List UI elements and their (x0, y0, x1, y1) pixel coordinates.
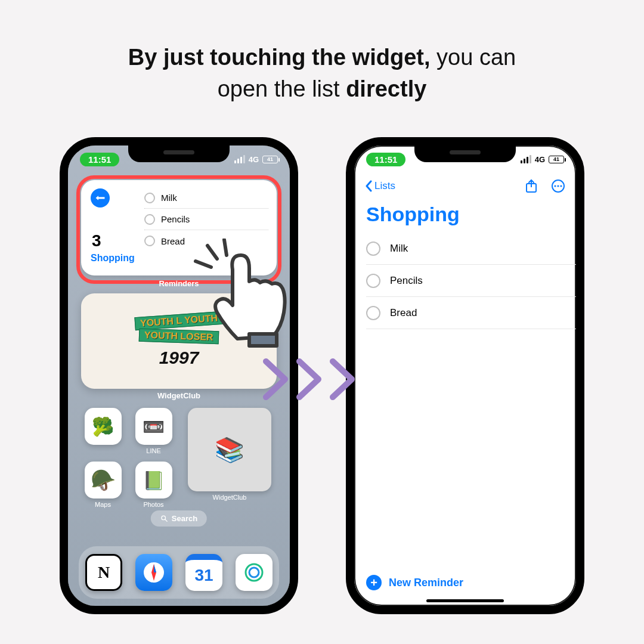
spotlight-search[interactable]: Search (151, 510, 207, 527)
app-icon[interactable]: 📗Photos (132, 462, 175, 508)
svg-point-12 (560, 185, 562, 187)
app-icon[interactable]: 📼LINE (132, 408, 175, 454)
volume-up-button[interactable] (346, 256, 347, 290)
tap-gesture-icon (191, 239, 292, 352)
transition-arrows (262, 358, 358, 401)
home-indicator[interactable] (426, 599, 504, 602)
compass-icon (142, 561, 166, 584)
reminders-list: Milk Pencils Bread (366, 233, 576, 329)
dock-app-safari[interactable] (135, 554, 172, 591)
svg-point-10 (554, 185, 556, 187)
new-reminder-button[interactable]: + New Reminder (366, 575, 463, 590)
dock-app-calendar[interactable]: 31 (185, 554, 222, 591)
status-bar: 11:51 4G 41 (354, 149, 576, 169)
knot-icon (243, 561, 265, 584)
more-icon[interactable] (551, 179, 565, 193)
chevron-right-icon (296, 358, 324, 401)
status-bar: 11:51 4G 41 (68, 149, 290, 169)
share-icon[interactable] (525, 179, 538, 193)
svg-line-15 (196, 261, 211, 267)
signal-icon (234, 155, 245, 163)
nav-bar: Lists (354, 174, 576, 198)
reminder-row[interactable]: Milk (366, 233, 576, 265)
reminders-count: 3 (92, 231, 101, 250)
volume-down-button[interactable] (346, 298, 347, 332)
reminder-row[interactable]: Bread (366, 297, 576, 329)
headline: By just touching the widget, you can ope… (0, 0, 644, 105)
chevron-left-icon (365, 180, 372, 192)
list-title: Shopping (366, 203, 460, 226)
app-icon[interactable]: 🥦 (81, 408, 125, 454)
dock-app-notion[interactable]: N (85, 554, 122, 591)
svg-point-11 (557, 185, 559, 187)
svg-rect-16 (249, 334, 277, 346)
checkbox-icon[interactable] (144, 193, 155, 203)
app-icon[interactable]: 🪖Maps (81, 462, 125, 508)
reminders-list-name: Shopping (91, 253, 135, 264)
svg-line-14 (224, 240, 227, 255)
svg-point-5 (246, 564, 262, 581)
checkbox-icon[interactable] (366, 306, 380, 320)
svg-line-1 (165, 519, 167, 521)
phone-reminders-app: 11:51 4G 41 Lists Shopping (346, 137, 584, 614)
reminders-list-icon (91, 188, 110, 208)
silence-switch[interactable] (346, 223, 347, 243)
network-label: 4G (535, 155, 545, 164)
widgetclub-widget-small[interactable]: 📚WidgetClub (182, 408, 277, 508)
power-button[interactable] (583, 259, 584, 312)
battery-icon: 41 (549, 156, 564, 163)
dock-app-chatgpt[interactable] (236, 554, 273, 591)
svg-point-6 (249, 568, 259, 577)
checkbox-icon[interactable] (144, 214, 155, 225)
volume-down-button[interactable] (60, 298, 61, 332)
status-time: 11:51 (80, 153, 119, 166)
silence-switch[interactable] (60, 223, 61, 243)
checkbox-icon[interactable] (366, 274, 380, 288)
reminders-widget-item[interactable]: Milk (144, 187, 268, 209)
chevron-right-icon (329, 358, 358, 401)
volume-up-button[interactable] (60, 256, 61, 290)
widget-caption: WidgetClub (68, 391, 290, 400)
power-button[interactable] (297, 259, 298, 312)
signal-icon (521, 155, 531, 163)
app-grid: 🥦 📼LINE 📚WidgetClub 🪖Maps 📗Photos (81, 408, 277, 508)
checkbox-icon[interactable] (366, 242, 380, 256)
back-button[interactable]: Lists (365, 180, 395, 192)
battery-icon: 41 (262, 156, 278, 163)
dock: N 31 (79, 546, 279, 599)
network-label: 4G (249, 155, 259, 164)
svg-line-13 (208, 246, 217, 259)
search-icon (160, 515, 168, 522)
checkbox-icon[interactable] (144, 236, 155, 246)
chevron-right-icon (262, 358, 291, 401)
reminder-row[interactable]: Pencils (366, 265, 576, 297)
status-time: 11:51 (366, 153, 405, 166)
reminders-widget-item[interactable]: Pencils (144, 209, 268, 230)
plus-icon: + (366, 575, 382, 590)
